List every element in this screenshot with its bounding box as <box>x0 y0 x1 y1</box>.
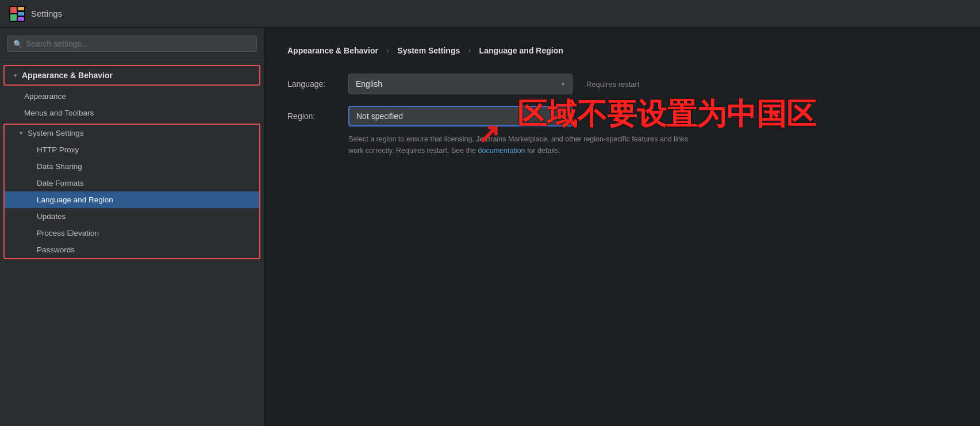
sidebar-item-updates[interactable]: Updates <box>5 208 259 225</box>
sidebar-item-label: HTTP Proxy <box>37 145 79 154</box>
chevron-down-icon: ▾ <box>562 80 565 88</box>
sidebar-subgroup-system-settings: ▾ System Settings HTTP Proxy Data Sharin… <box>3 124 260 259</box>
breadcrumb: Appearance & Behavior › System Settings … <box>287 46 957 55</box>
language-label: Language: <box>287 79 339 89</box>
sidebar-subgroup-label: System Settings <box>28 129 84 137</box>
title-bar: Settings <box>0 0 980 28</box>
svg-rect-3 <box>18 12 24 16</box>
breadcrumb-separator-1: › <box>383 47 393 55</box>
sidebar-item-label: Data Sharing <box>37 162 82 171</box>
language-dropdown-value: English <box>356 79 382 89</box>
sidebar-item-label: Date Formats <box>37 179 84 187</box>
window-title: Settings <box>31 9 62 18</box>
region-label: Region: <box>287 112 339 121</box>
sidebar-item-process-elevation[interactable]: Process Elevation <box>5 225 259 241</box>
documentation-link[interactable]: documentation <box>478 147 525 155</box>
sidebar-section: ▾ Appearance & Behavior Appearance Menus… <box>0 60 264 264</box>
search-input-wrapper[interactable]: 🔍 <box>7 36 257 52</box>
language-form-row: Language: English ▾ Requires restart <box>287 74 957 94</box>
sidebar-item-label: Updates <box>37 212 66 221</box>
sidebar-item-label: Menus and Toolbars <box>24 109 94 117</box>
sidebar-group-label: Appearance & Behavior <box>22 71 113 80</box>
sidebar-item-label: Appearance <box>24 92 66 101</box>
sidebar-item-system-settings[interactable]: ▾ System Settings <box>5 125 259 141</box>
sidebar-item-date-formats[interactable]: Date Formats <box>5 175 259 191</box>
search-input[interactable] <box>26 39 251 48</box>
settings-form: Language: English ▾ Requires restart Reg… <box>287 74 957 156</box>
region-row-wrapper: Region: Not specified ▾ 区域不要设置为中国区 ↗ <box>287 106 957 126</box>
sidebar-item-data-sharing[interactable]: Data Sharing <box>5 158 259 175</box>
region-description: Select a region to ensure that licensing… <box>348 133 705 156</box>
sidebar-item-label: Passwords <box>37 245 75 254</box>
region-form-row: Region: Not specified ▾ <box>287 106 957 126</box>
sidebar-item-label: Process Elevation <box>37 229 99 237</box>
content-area: Appearance & Behavior › System Settings … <box>264 28 980 426</box>
sidebar: 🔍 ▾ Appearance & Behavior Appearance Men… <box>0 28 264 426</box>
sidebar-item-label: Language and Region <box>37 195 113 204</box>
requires-restart-hint: Requires restart <box>586 80 639 89</box>
sidebar-item-passwords[interactable]: Passwords <box>5 241 259 258</box>
app-logo-icon <box>9 6 25 22</box>
chevron-down-icon: ▾ <box>14 72 17 79</box>
region-dropdown-value: Not specified <box>356 112 403 121</box>
svg-rect-5 <box>18 17 24 21</box>
svg-rect-1 <box>10 7 17 13</box>
sidebar-item-http-proxy[interactable]: HTTP Proxy <box>5 141 259 158</box>
breadcrumb-item-language-region: Language and Region <box>479 46 563 55</box>
svg-rect-2 <box>18 7 24 10</box>
chevron-down-icon: ▾ <box>20 129 23 137</box>
sidebar-item-appearance-behavior[interactable]: ▾ Appearance & Behavior <box>3 65 260 86</box>
description-suffix-text: for details. <box>527 147 560 155</box>
main-layout: 🔍 ▾ Appearance & Behavior Appearance Men… <box>0 28 980 426</box>
search-bar-container: 🔍 <box>0 28 264 60</box>
search-icon: 🔍 <box>13 40 22 48</box>
breadcrumb-item-system-settings: System Settings <box>397 46 460 55</box>
region-dropdown[interactable]: Not specified ▾ <box>348 106 572 126</box>
svg-rect-4 <box>10 14 17 21</box>
sidebar-item-menus-toolbars[interactable]: Menus and Toolbars <box>0 105 264 121</box>
breadcrumb-item-appearance: Appearance & Behavior <box>287 46 378 55</box>
language-dropdown[interactable]: English ▾ <box>348 74 572 94</box>
sidebar-item-language-region[interactable]: Language and Region <box>5 191 259 208</box>
chevron-down-icon: ▾ <box>561 113 564 120</box>
sidebar-item-appearance[interactable]: Appearance <box>0 88 264 105</box>
breadcrumb-separator-2: › <box>464 47 474 55</box>
